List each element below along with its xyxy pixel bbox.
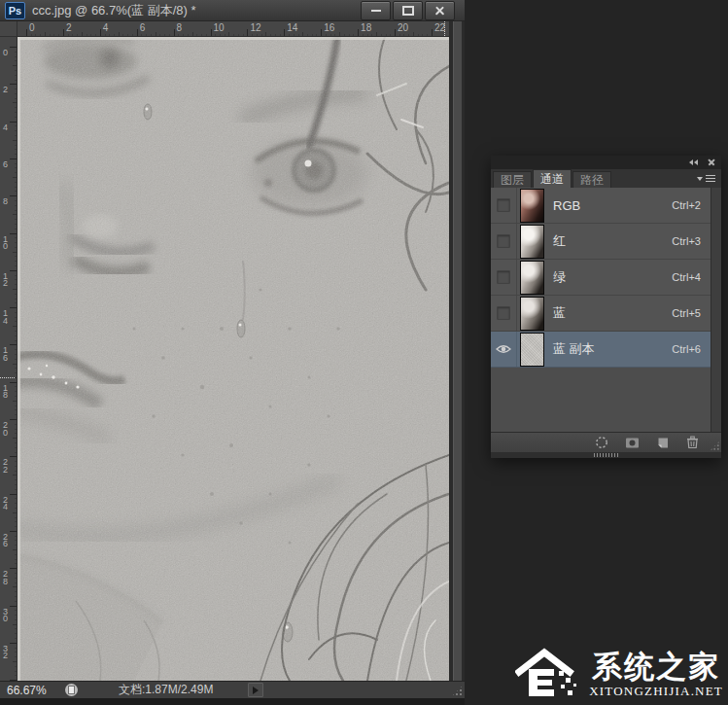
eye-icon bbox=[496, 344, 511, 354]
document-size-info: 文档:1.87M/2.49M bbox=[119, 682, 213, 698]
panel-scroll-gutter[interactable] bbox=[711, 188, 721, 432]
maximize-icon bbox=[402, 6, 414, 16]
zoom-level-field[interactable]: 66.67% bbox=[0, 684, 57, 697]
status-bar: 66.67% 文档:1.87M/2.49M bbox=[0, 681, 465, 698]
visibility-toggle[interactable] bbox=[491, 188, 517, 223]
tab-channels[interactable]: 通道 bbox=[533, 169, 572, 188]
save-selection-as-channel-icon[interactable] bbox=[624, 436, 640, 450]
document-status-icon bbox=[65, 684, 78, 696]
load-channel-as-selection-icon[interactable] bbox=[594, 436, 609, 450]
channel-row-rgb[interactable]: RGB Ctrl+2 bbox=[491, 188, 711, 224]
close-icon bbox=[434, 5, 445, 16]
channel-shortcut: Ctrl+2 bbox=[672, 199, 701, 211]
document-body: 0246810121416182022 02468101214161820222… bbox=[0, 21, 465, 681]
channels-panel: 图层 通道 路径 RGB Ctrl+2 红 Ctrl+3 绿 Ctrl+4 蓝 … bbox=[491, 156, 721, 458]
channel-name: 红 bbox=[553, 232, 672, 250]
photoshop-app-icon: Ps bbox=[5, 2, 25, 19]
app-background-strip bbox=[0, 698, 465, 705]
channel-thumbnail[interactable] bbox=[520, 189, 544, 223]
channel-name: RGB bbox=[553, 198, 672, 213]
close-panel-icon[interactable] bbox=[708, 159, 715, 166]
channel-shortcut: Ctrl+3 bbox=[672, 235, 701, 247]
channel-list: RGB Ctrl+2 红 Ctrl+3 绿 Ctrl+4 蓝 Ctrl+5 bbox=[491, 188, 721, 432]
channel-thumbnail[interactable] bbox=[520, 297, 544, 331]
tab-layers[interactable]: 图层 bbox=[493, 171, 532, 188]
new-channel-icon[interactable] bbox=[654, 436, 670, 450]
channel-row-blue-copy[interactable]: 蓝 副本 Ctrl+6 bbox=[491, 332, 711, 368]
channel-row-red[interactable]: 红 Ctrl+3 bbox=[491, 224, 711, 260]
channel-shortcut: Ctrl+5 bbox=[672, 307, 701, 319]
panel-resize-grip[interactable] bbox=[710, 441, 720, 451]
watermark-site-name: 系统之家 bbox=[592, 651, 720, 684]
panel-bottom-edge bbox=[491, 452, 721, 458]
channel-thumbnail[interactable] bbox=[520, 225, 544, 259]
watermark: 系统之家 XITONGZHIJIA.NET bbox=[515, 646, 723, 702]
channel-name: 蓝 副本 bbox=[553, 340, 672, 358]
panel-menu-icon[interactable] bbox=[697, 175, 715, 182]
channel-row-blue[interactable]: 蓝 Ctrl+5 bbox=[491, 296, 711, 332]
visibility-toggle[interactable] bbox=[491, 296, 517, 331]
delete-channel-icon[interactable] bbox=[684, 436, 700, 450]
document-titlebar[interactable]: Ps ccc.jpg @ 66.7%(蓝 副本/8) * bbox=[0, 0, 465, 21]
channel-row-green[interactable]: 绿 Ctrl+4 bbox=[491, 260, 711, 296]
maximize-button[interactable] bbox=[393, 1, 423, 20]
visibility-off-box bbox=[497, 270, 510, 284]
xitongzhijia-logo-icon bbox=[515, 646, 585, 702]
visibility-off-box bbox=[497, 234, 510, 248]
tab-paths[interactable]: 路径 bbox=[572, 171, 611, 188]
ruler-origin-box[interactable] bbox=[0, 21, 17, 37]
canvas-image bbox=[17, 37, 449, 681]
channel-shortcut: Ctrl+6 bbox=[672, 343, 701, 355]
window-resize-grip[interactable] bbox=[451, 685, 464, 697]
close-button[interactable] bbox=[425, 1, 455, 20]
visibility-toggle[interactable] bbox=[491, 224, 517, 259]
channel-name: 绿 bbox=[553, 268, 672, 286]
panel-tab-bar: 图层 通道 路径 bbox=[491, 169, 721, 188]
panel-footer bbox=[491, 432, 721, 452]
channel-thumbnail[interactable] bbox=[520, 333, 544, 367]
visibility-toggle[interactable] bbox=[491, 332, 517, 367]
channel-name: 蓝 bbox=[553, 304, 672, 322]
minimize-button[interactable] bbox=[361, 1, 391, 20]
channel-shortcut: Ctrl+4 bbox=[672, 271, 701, 283]
status-options-arrow[interactable] bbox=[248, 683, 263, 697]
collapse-panels-icon[interactable] bbox=[689, 159, 698, 165]
document-title: ccc.jpg @ 66.7%(蓝 副本/8) * bbox=[32, 2, 359, 19]
window-right-edge bbox=[449, 21, 465, 681]
channel-list-empty-area bbox=[491, 368, 711, 432]
visibility-off-box bbox=[497, 306, 510, 320]
vertical-ruler[interactable]: 0246810121416182022242628303234 bbox=[0, 37, 17, 681]
visibility-toggle[interactable] bbox=[491, 260, 517, 295]
horizontal-ruler[interactable]: 0246810121416182022 bbox=[17, 21, 449, 37]
document-window: Ps ccc.jpg @ 66.7%(蓝 副本/8) * 02468101214… bbox=[0, 0, 465, 698]
channel-thumbnail[interactable] bbox=[520, 261, 544, 295]
watermark-site-url: XITONGZHIJIA.NET bbox=[589, 684, 723, 698]
panel-header[interactable] bbox=[491, 156, 721, 169]
minimize-icon bbox=[371, 10, 381, 12]
visibility-off-box bbox=[497, 198, 510, 212]
image-canvas[interactable] bbox=[17, 37, 449, 681]
panel-drag-handle[interactable] bbox=[594, 453, 619, 457]
